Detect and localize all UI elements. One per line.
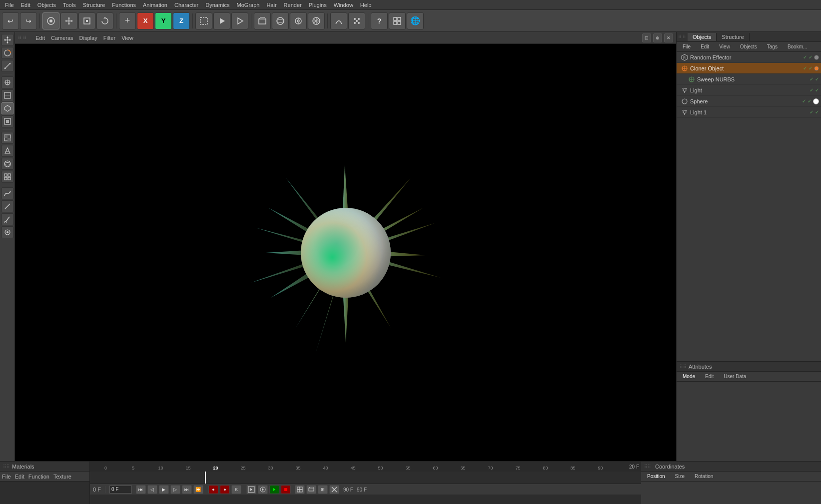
btn-next-frame[interactable]: ▷ [170,485,180,494]
deformer-button[interactable] [308,12,325,29]
tab-objects[interactable]: Objects [688,33,717,41]
menu-file[interactable]: File [2,1,17,8]
btn-render-4[interactable] [281,485,291,494]
y-axis-button[interactable]: Y [155,12,172,29]
menu-character[interactable]: Character [171,1,201,8]
btn-auto-record[interactable]: ● [220,485,230,494]
tool-move[interactable] [1,34,13,46]
arc-button[interactable] [330,12,347,29]
btn-go-end[interactable]: ⏭ [182,485,192,494]
obj-row-sweep[interactable]: Sweep NURBS ✓ ✓ [677,74,821,85]
btn-extra-2[interactable] [306,485,316,494]
menu-functions[interactable]: Functions [109,1,139,8]
btn-extra-1[interactable] [295,485,305,494]
viewport-menu-cameras[interactable]: Cameras [51,35,73,41]
btn-loop[interactable]: ⏩ [193,485,203,494]
timeline-track[interactable] [90,472,641,484]
viewport-layout-button[interactable]: ⊕ [653,33,662,42]
menu-edit[interactable]: Edit [18,1,33,8]
tool-rotate[interactable] [1,47,13,59]
tool-points[interactable] [1,76,13,88]
subtab-view[interactable]: View [715,43,734,50]
spline-button[interactable] [290,12,307,29]
btn-extra-3[interactable]: ⊞ [318,485,328,494]
redo-button[interactable]: ↪ [20,12,37,29]
x-axis-button[interactable]: X [137,12,154,29]
add-button[interactable]: + [119,12,136,29]
menu-objects[interactable]: Objects [34,1,59,8]
menu-plugins[interactable]: Plugins [306,1,330,8]
obj-row-random-effector[interactable]: R Random Effector ✓ ✓ [677,52,821,63]
menu-dynamics[interactable]: Dynamics [202,1,232,8]
viewport-menu-edit[interactable]: Edit [35,35,45,41]
mat-menu-texture[interactable]: Texture [53,474,71,480]
coords-tab-size[interactable]: Size [671,473,689,480]
obj-row-light[interactable]: Light ✓ ✓ [677,85,821,96]
tool-spline-draw[interactable] [1,187,13,199]
btn-render-3[interactable] [269,485,279,494]
btn-prev-frame[interactable]: ◁ [147,485,157,494]
menu-tools[interactable]: Tools [60,1,79,8]
menu-render[interactable]: Render [281,1,305,8]
btn-play[interactable]: ▶ [159,485,169,494]
menu-help[interactable]: Help [357,1,375,8]
menu-hair[interactable]: Hair [263,1,279,8]
menu-mograph[interactable]: MoGraph [234,1,263,8]
viewport-close-button[interactable]: ✕ [664,33,673,42]
rotate-button[interactable] [96,12,113,29]
btn-render-2[interactable] [258,485,268,494]
subtab-tags[interactable]: Tags [763,43,782,50]
scale-button[interactable] [78,12,95,29]
subtab-edit[interactable]: Edit [697,43,713,50]
tool-object[interactable] [1,158,13,170]
tool-edges[interactable] [1,89,13,101]
subtab-bookm[interactable]: Bookm... [784,43,811,50]
tab-structure[interactable]: Structure [717,33,750,41]
move-button[interactable] [60,12,77,29]
menu-structure[interactable]: Structure [80,1,108,8]
frame-input[interactable] [109,486,132,494]
viewport-3d[interactable] [15,44,676,461]
cloner-dot[interactable] [814,66,819,71]
ipr-render-button[interactable] [231,12,248,29]
tool-polygons[interactable] [1,102,13,114]
viewport-fullscreen-button[interactable]: ⊡ [642,33,651,42]
perspective-button[interactable] [254,12,271,29]
help-button[interactable]: ? [371,12,388,29]
tool-model[interactable] [1,115,13,127]
attr-tab-mode[interactable]: Mode [679,373,699,380]
sphere-dot[interactable] [813,98,819,104]
tool-grid[interactable] [1,171,13,183]
viewport-menu-display[interactable]: Display [79,35,97,41]
tool-weight[interactable] [1,226,13,238]
mat-menu-function[interactable]: Function [28,474,49,480]
obj-row-cloner[interactable]: Cloner Object ✓ ✓ [677,63,821,74]
tool-texture[interactable] [1,132,13,144]
attr-tab-edit[interactable]: Edit [701,373,718,380]
mat-menu-file[interactable]: File [2,474,11,480]
viewport-menu-filter[interactable]: Filter [103,35,115,41]
render-region-button[interactable] [195,12,212,29]
btn-render-1[interactable] [246,485,256,494]
nurbs-button[interactable] [272,12,289,29]
btn-key[interactable]: K [231,485,241,494]
viewport-menu-view[interactable]: View [121,35,133,41]
coords-tab-rotation[interactable]: Rotation [691,473,717,480]
coords-tab-position[interactable]: Position [643,473,669,480]
snap-button[interactable] [348,12,365,29]
menu-window[interactable]: Window [331,1,356,8]
select-button[interactable] [42,12,59,29]
subtab-file[interactable]: File [679,43,695,50]
btn-record[interactable]: ● [208,485,218,494]
tool-uv[interactable] [1,145,13,157]
undo-button[interactable]: ↩ [2,12,19,29]
btn-go-start[interactable]: ⏮ [136,485,146,494]
mat-menu-edit[interactable]: Edit [15,474,24,480]
snap-grid-button[interactable] [389,12,406,29]
btn-extra-4[interactable] [329,485,339,494]
menu-animation[interactable]: Animation [140,1,170,8]
obj-row-light1[interactable]: Light 1 ✓ ✓ [677,107,821,118]
tool-brush[interactable] [1,213,13,225]
world-button[interactable]: 🌐 [407,12,424,29]
render-button[interactable] [213,12,230,29]
